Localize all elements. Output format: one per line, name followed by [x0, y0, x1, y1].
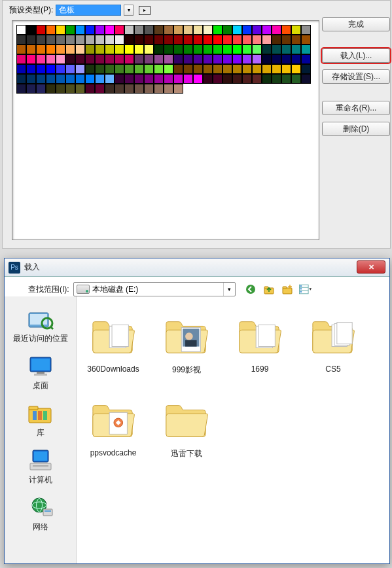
place-network[interactable]: 网络 — [12, 493, 69, 536]
swatch[interactable] — [85, 35, 95, 44]
swatch[interactable] — [252, 74, 262, 84]
swatch[interactable] — [213, 64, 223, 74]
swatch[interactable] — [154, 54, 164, 64]
place-computer[interactable]: 计算机 — [12, 446, 69, 489]
swatch[interactable] — [115, 44, 124, 54]
swatch[interactable] — [262, 54, 272, 64]
swatch[interactable] — [291, 35, 301, 44]
swatch[interactable] — [46, 35, 56, 44]
swatch[interactable] — [213, 35, 223, 44]
swatch[interactable] — [154, 35, 164, 44]
file-item[interactable]: ppsvodcache — [80, 392, 146, 470]
swatch[interactable] — [95, 44, 105, 54]
swatch[interactable] — [252, 44, 262, 54]
swatch[interactable] — [164, 64, 173, 74]
swatch[interactable] — [134, 44, 144, 54]
swatch[interactable] — [232, 74, 242, 84]
swatch[interactable] — [262, 74, 272, 84]
swatch[interactable] — [75, 25, 85, 35]
swatch[interactable] — [154, 84, 164, 94]
swatch[interactable] — [223, 25, 232, 35]
swatch[interactable] — [95, 25, 105, 35]
file-item[interactable]: 360Downloads — [80, 308, 146, 387]
place-desktop[interactable]: 桌面 — [12, 351, 69, 395]
swatch[interactable] — [183, 35, 193, 44]
swatch[interactable] — [46, 84, 56, 94]
swatch[interactable] — [164, 44, 173, 54]
swatch[interactable] — [223, 74, 232, 84]
swatch[interactable] — [134, 84, 144, 94]
preset-type-select[interactable]: 色板 — [56, 5, 121, 16]
swatch[interactable] — [173, 25, 183, 35]
swatch[interactable] — [272, 64, 281, 74]
swatch[interactable] — [65, 25, 75, 35]
swatch[interactable] — [281, 74, 291, 84]
swatch[interactable] — [36, 35, 46, 44]
swatch[interactable] — [144, 44, 154, 54]
swatch[interactable] — [183, 54, 193, 64]
swatch[interactable] — [16, 35, 26, 44]
swatch[interactable] — [134, 25, 144, 35]
swatch[interactable] — [16, 25, 26, 35]
swatch[interactable] — [203, 25, 213, 35]
swatch[interactable] — [16, 84, 26, 94]
swatch[interactable] — [36, 54, 46, 64]
swatch[interactable] — [154, 25, 164, 35]
swatch[interactable] — [124, 35, 134, 44]
swatch[interactable] — [242, 44, 252, 54]
done-button[interactable]: 完成 — [322, 17, 390, 31]
swatch[interactable] — [183, 64, 193, 74]
swatch[interactable] — [95, 35, 105, 44]
file-item[interactable]: 迅雷下载 — [154, 392, 219, 470]
swatch[interactable] — [173, 35, 183, 44]
swatch-listbox[interactable] — [12, 20, 319, 240]
swatch[interactable] — [115, 64, 124, 74]
swatch[interactable] — [173, 84, 183, 94]
swatch[interactable] — [134, 35, 144, 44]
swatch[interactable] — [164, 25, 173, 35]
swatch[interactable] — [26, 44, 36, 54]
swatch[interactable] — [193, 25, 203, 35]
swatch[interactable] — [242, 25, 252, 35]
swatch[interactable] — [281, 25, 291, 35]
swatch[interactable] — [95, 84, 105, 94]
swatch[interactable] — [242, 35, 252, 44]
swatch[interactable] — [26, 25, 36, 35]
swatch[interactable] — [75, 44, 85, 54]
swatch[interactable] — [95, 74, 105, 84]
file-item[interactable]: 999影视 — [154, 308, 219, 387]
file-item[interactable]: CS5 — [300, 308, 366, 387]
swatch[interactable] — [36, 74, 46, 84]
swatch[interactable] — [56, 54, 65, 64]
swatch[interactable] — [193, 35, 203, 44]
swatch[interactable] — [272, 54, 281, 64]
swatch[interactable] — [252, 35, 262, 44]
swatch[interactable] — [183, 74, 193, 84]
swatch[interactable] — [213, 25, 223, 35]
swatch[interactable] — [193, 44, 203, 54]
swatch[interactable] — [164, 35, 173, 44]
swatch[interactable] — [134, 74, 144, 84]
swatch[interactable] — [301, 74, 311, 84]
swatch[interactable] — [291, 64, 301, 74]
swatch[interactable] — [105, 44, 115, 54]
swatch[interactable] — [154, 74, 164, 84]
back-icon[interactable] — [243, 282, 258, 296]
swatch[interactable] — [213, 74, 223, 84]
swatch[interactable] — [115, 84, 124, 94]
swatch[interactable] — [144, 64, 154, 74]
swatch[interactable] — [272, 74, 281, 84]
swatch[interactable] — [56, 74, 65, 84]
place-recent[interactable]: 最近访问的位置 — [12, 304, 69, 347]
swatch[interactable] — [232, 25, 242, 35]
swatch[interactable] — [95, 64, 105, 74]
swatch[interactable] — [85, 64, 95, 74]
swatch[interactable] — [301, 54, 311, 64]
swatch[interactable] — [134, 64, 144, 74]
swatch[interactable] — [242, 64, 252, 74]
swatch[interactable] — [301, 64, 311, 74]
swatch[interactable] — [203, 74, 213, 84]
swatch[interactable] — [134, 54, 144, 64]
swatch[interactable] — [75, 74, 85, 84]
swatch[interactable] — [85, 25, 95, 35]
